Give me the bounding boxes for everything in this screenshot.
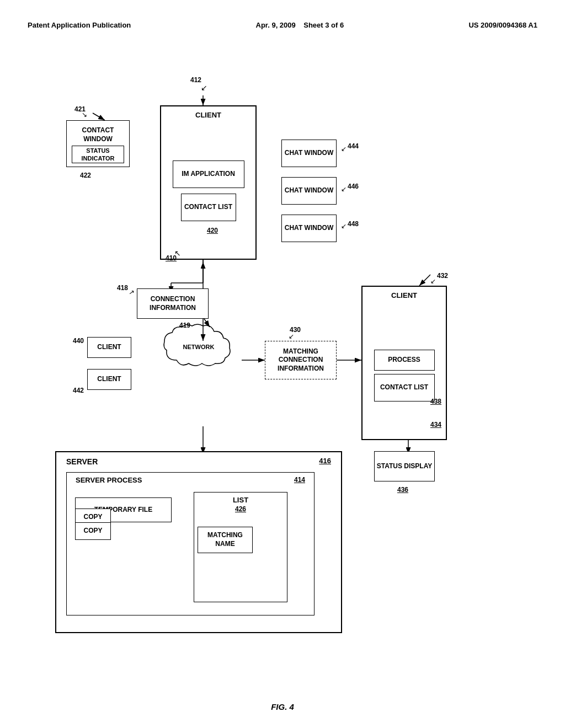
arrow-418: ↗ — [129, 288, 135, 297]
arrow-448: ↙ — [341, 222, 347, 230]
arrow-430: ↙ — [289, 333, 294, 340]
ref-432: 432 — [437, 272, 448, 280]
ref-412: 412 — [190, 76, 201, 84]
contact-list-420-box: CONTACT LIST — [181, 194, 236, 221]
client-442-label: CLIENT — [97, 375, 121, 384]
ref-444: 444 — [348, 142, 359, 150]
status-display-box: STATUS DISPLAY — [374, 451, 435, 481]
status-indicator-box: STATUS INDICATOR — [72, 146, 124, 163]
client-box-410: CLIENT IM APPLICATION CONTACT LIST — [160, 105, 257, 260]
arrow-432: ↙ — [430, 277, 436, 285]
list-label: LIST — [198, 496, 284, 505]
contact-window-box: CONTACT WINDOW STATUS INDICATOR — [66, 120, 130, 167]
server-process-box: SERVER PROCESS 414 TEMPORARY FILE 424 41… — [66, 472, 315, 615]
client-432-box: CLIENT PROCESS CONTACT LIST — [361, 286, 447, 440]
header-right: US 2009/0094368 A1 — [468, 21, 537, 29]
ref-420: 420 — [207, 227, 218, 234]
matching-connection-label: MATCHING CONNECTION INFORMATION — [265, 347, 336, 373]
page: Patent Application Publication Apr. 9, 2… — [0, 0, 565, 728]
arrow-444: ↙ — [341, 145, 347, 153]
ref-440: 440 — [73, 337, 84, 345]
ref-416: 416 — [319, 457, 331, 466]
connection-info-label: CONNECTION INFORMATION — [137, 295, 208, 312]
figure-label: FIG. 4 — [271, 702, 294, 711]
chat-window-446-box: CHAT WINDOW — [281, 177, 337, 205]
contact-list-420-label: CONTACT LIST — [184, 203, 232, 212]
chat-window-446-label: CHAT WINDOW — [285, 186, 333, 195]
ref-434: 434 — [430, 421, 441, 429]
client-440-label: CLIENT — [97, 343, 121, 352]
client-442-box: CLIENT — [87, 369, 131, 390]
client-440-box: CLIENT — [87, 337, 131, 358]
arrow-410: ↖ — [174, 249, 181, 258]
svg-line-3 — [93, 113, 105, 120]
svg-line-17 — [419, 275, 430, 286]
arrow-412: ↙ — [201, 83, 207, 92]
status-display-label: STATUS DISPLAY — [377, 462, 432, 471]
figure-caption: FIG. 4 — [11, 702, 554, 711]
chat-window-448-box: CHAT WINDOW — [281, 215, 337, 242]
process-label: PROCESS — [388, 356, 420, 365]
copy-419-label: COPY — [83, 513, 102, 522]
ref-426: 426 — [198, 505, 284, 514]
network-cloud: NETWORK — [160, 322, 237, 377]
header-left: Patent Application Publication — [28, 21, 131, 29]
server-box: SERVER 416 SERVER PROCESS 414 TEMPORARY … — [55, 451, 342, 633]
matching-name-box: MATCHING NAME — [198, 527, 253, 553]
list-box: LIST 426 428 → MATCHING NAME — [194, 492, 287, 602]
copy-423-box: COPY — [75, 522, 111, 540]
chat-window-444-label: CHAT WINDOW — [285, 149, 333, 158]
ref-419-network: 419 — [179, 322, 190, 329]
process-box: PROCESS — [374, 350, 435, 371]
contact-list-438-box: CONTACT LIST — [374, 374, 435, 402]
ref-418: 418 — [117, 284, 128, 292]
server-label: SERVER — [66, 457, 98, 467]
chat-window-448-label: CHAT WINDOW — [285, 224, 333, 233]
arrow-421: ↘ — [82, 111, 87, 119]
im-application-box: IM APPLICATION — [173, 160, 244, 188]
page-header: Patent Application Publication Apr. 9, 2… — [11, 11, 554, 29]
header-center: Apr. 9, 2009 Sheet 3 of 6 — [256, 21, 344, 29]
ref-446: 446 — [348, 183, 359, 190]
client-432-label: CLIENT — [363, 291, 446, 301]
ref-442: 442 — [73, 387, 84, 394]
ref-414: 414 — [294, 476, 305, 485]
ref-422: 422 — [80, 172, 91, 179]
matching-connection-box: MATCHING CONNECTION INFORMATION — [265, 341, 337, 379]
connection-info-box: CONNECTION INFORMATION — [137, 288, 209, 319]
copy-423-label: COPY — [83, 527, 102, 536]
diagram: 412 ↙ CLIENT IM APPLICATION CONTACT LIST… — [11, 35, 554, 697]
im-application-label: IM APPLICATION — [182, 170, 235, 179]
matching-name-label: MATCHING NAME — [198, 531, 252, 548]
contact-window-label: CONTACT WINDOW — [67, 126, 129, 143]
ref-436: 436 — [397, 486, 408, 494]
ref-438: 438 — [430, 398, 441, 405]
chat-window-444-box: CHAT WINDOW — [281, 140, 337, 167]
server-process-label: SERVER PROCESS — [76, 476, 142, 485]
arrow-446: ↙ — [341, 185, 347, 193]
status-indicator-label: STATUS INDICATOR — [72, 147, 124, 163]
client-label: CLIENT — [161, 111, 255, 120]
contact-list-438-label: CONTACT LIST — [380, 383, 428, 392]
ref-448: 448 — [348, 220, 359, 228]
svg-text:NETWORK: NETWORK — [183, 344, 215, 350]
